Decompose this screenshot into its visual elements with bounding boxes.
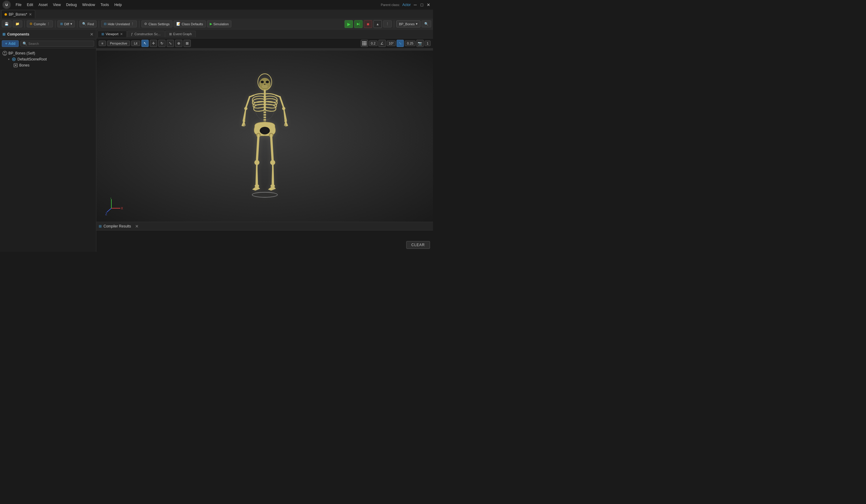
select-tool-button[interactable]: ↖ [142, 40, 149, 47]
save-button[interactable]: 💾 [2, 21, 11, 27]
close-button[interactable]: ✕ [426, 3, 431, 7]
parent-class-value[interactable]: Actor [402, 3, 411, 7]
menu-edit[interactable]: Edit [24, 2, 35, 8]
maximize-button[interactable]: □ [420, 3, 424, 7]
search-online-button[interactable]: 🔍 [422, 21, 431, 27]
main-content: ⊞ Components ✕ + Add 🔍 [0, 30, 433, 252]
stop-button[interactable]: ■ [364, 20, 372, 28]
title-bar: U File Edit Asset View Debug Window Tool… [0, 0, 433, 10]
eject-button[interactable]: ▲ [374, 20, 382, 28]
play-options-button[interactable]: ⋮ [383, 21, 392, 27]
local-global-button[interactable]: ⊕ [175, 40, 182, 47]
compiler-results-title: Compiler Results [103, 224, 131, 228]
tab-viewport[interactable]: ⊞ Viewport ✕ [98, 31, 127, 37]
add-component-button[interactable]: + Add [2, 40, 19, 47]
surface-snap-icon: ⊠ [186, 41, 189, 45]
camera-button[interactable]: 📷 [417, 40, 424, 47]
compiler-results-content: CLEAR [96, 231, 433, 252]
scale-tool-button[interactable]: ⤡ [167, 40, 174, 47]
num-value-text: 1 [427, 42, 429, 45]
tab-modified-indicator [4, 13, 7, 16]
menu-file[interactable]: File [13, 2, 24, 8]
menu-asset[interactable]: Asset [36, 2, 50, 8]
svg-rect-20 [263, 99, 266, 100]
svg-text:Y: Y [110, 198, 112, 200]
svg-rect-25 [263, 112, 266, 113]
diff-dropdown-icon[interactable]: ▾ [70, 22, 72, 26]
tab-event-graph[interactable]: ⊞ Event Graph [165, 31, 196, 37]
hide-unrelated-button[interactable]: ⊟ Hide Unrelated ⋮ [101, 21, 137, 27]
simulation-label: Simulation [213, 22, 229, 26]
diff-button[interactable]: ⊞ Diff ▾ [57, 21, 75, 27]
toolbar-separator-4 [99, 21, 99, 28]
move-tool-button[interactable]: ✛ [150, 40, 157, 47]
component-search-input[interactable] [28, 42, 92, 45]
right-content: ⊞ Viewport ✕ ƒ Construction Sc... ⊞ Even… [96, 30, 433, 252]
tab-construction-script[interactable]: ƒ Construction Sc... [127, 31, 165, 37]
tree-item-default-scene-root[interactable]: ▾ DefaultSceneRoot [1, 56, 95, 62]
main-toolbar: 💾 📁 ⚙ Compile ⋮ ⊞ Diff ▾ 🔍 Find ⊟ Hide U… [0, 19, 433, 30]
scale-snap-button[interactable]: ⤡ [397, 40, 404, 47]
browse-button[interactable]: 📁 [13, 21, 22, 27]
svg-rect-21 [263, 101, 266, 103]
viewport-right-tools: 0.2 ∠ 10° ⤡ [361, 40, 431, 47]
grid-size-value[interactable]: 0.2 [369, 41, 378, 46]
perspective-label: Perspective [110, 42, 127, 45]
bp-bones-tab[interactable]: BP_Bones* ✕ [1, 10, 35, 18]
angle-value[interactable]: 10° [387, 41, 396, 46]
lit-label: Lit [134, 42, 137, 45]
compile-dropdown-icon[interactable]: ⋮ [47, 22, 50, 26]
num-value[interactable]: 1 [424, 41, 431, 46]
surface-snap-button[interactable]: ⊠ [184, 40, 191, 47]
perspective-button[interactable]: Perspective [107, 41, 130, 46]
menu-debug[interactable]: Debug [64, 2, 79, 8]
lit-button[interactable]: Lit [131, 41, 140, 46]
find-button[interactable]: 🔍 Find [79, 21, 97, 27]
advance-play-button[interactable]: ▶| [354, 20, 363, 28]
tree-item-bones[interactable]: Bones [1, 62, 95, 68]
clear-button[interactable]: CLEAR [406, 241, 430, 249]
minimize-button[interactable]: ─ [413, 3, 417, 7]
toolbar-separator-3 [77, 21, 77, 28]
svg-point-5 [13, 59, 14, 60]
components-toolbar: + Add 🔍 [0, 39, 96, 48]
svg-point-42 [252, 192, 277, 197]
compiler-results-close[interactable]: ✕ [135, 224, 139, 229]
diff-icon: ⊞ [60, 22, 63, 26]
rotate-tool-button[interactable]: ↻ [158, 40, 166, 47]
class-settings-button[interactable]: ⚙ Class Settings [142, 21, 172, 27]
browse-icon: 📁 [15, 22, 20, 26]
menu-window[interactable]: Window [80, 2, 98, 8]
scale-value[interactable]: 0.25 [405, 41, 415, 46]
components-panel-close[interactable]: ✕ [90, 32, 93, 37]
hide-unrelated-more-icon[interactable]: ⋮ [131, 22, 134, 26]
compile-button[interactable]: ⚙ Compile ⋮ [27, 21, 53, 27]
viewport-menu-button[interactable]: ≡ [99, 41, 106, 46]
viewport-area[interactable]: ≡ Perspective Lit ↖ ✛ [96, 38, 433, 222]
diff-label: Diff [64, 22, 69, 26]
menu-help[interactable]: Help [112, 2, 124, 8]
coordinate-axes: X Y Z [105, 198, 123, 216]
class-defaults-button[interactable]: 📝 Class Defaults [174, 21, 206, 27]
search-online-icon: 🔍 [424, 22, 429, 26]
angle-button[interactable]: ∠ [379, 40, 386, 47]
menu-view[interactable]: View [51, 2, 63, 8]
play-button[interactable]: ▶ [345, 20, 353, 28]
tree-item-bp-bones[interactable]: BP_Bones (Self) [1, 50, 95, 56]
viewport-tab-close[interactable]: ✕ [120, 32, 123, 36]
toolbar-separator-1 [24, 21, 25, 28]
scene-root-arrow: ▾ [7, 58, 10, 61]
simulation-button[interactable]: ▶ Simulation [207, 21, 231, 27]
menu-tools[interactable]: Tools [98, 2, 111, 8]
angle-value-text: 10° [389, 42, 394, 45]
grid-button[interactable] [361, 40, 368, 47]
bp-dropdown-button[interactable]: BP_Bones ▾ [396, 21, 420, 27]
toolbar-separator-2 [55, 21, 55, 28]
components-panel-header: ⊞ Components ✕ [0, 30, 96, 39]
compile-icon: ⚙ [30, 22, 33, 26]
svg-text:Z: Z [105, 212, 107, 216]
simulation-icon: ▶ [210, 22, 212, 26]
tab-close-button[interactable]: ✕ [29, 12, 32, 16]
svg-rect-26 [263, 114, 266, 115]
title-bar-right: Parent class: Actor ─ □ ✕ [381, 3, 431, 7]
